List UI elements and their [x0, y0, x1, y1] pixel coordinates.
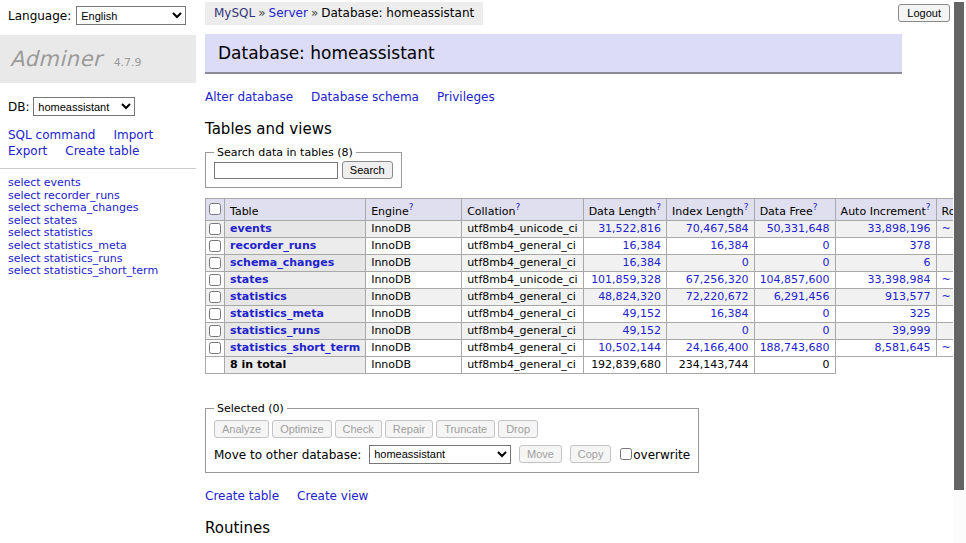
- select-data-link[interactable]: select: [8, 252, 41, 265]
- logout-button[interactable]: Logout: [898, 4, 950, 22]
- data-length-link[interactable]: 16,384: [623, 239, 662, 252]
- index-length-link[interactable]: 67,256,320: [686, 273, 749, 286]
- auto-increment-link[interactable]: 8,581,645: [875, 341, 931, 354]
- row-checkbox[interactable]: [209, 308, 221, 320]
- table-structure-link[interactable]: statistics_meta: [44, 239, 127, 252]
- index-length-link[interactable]: 0: [742, 324, 749, 337]
- column-help-link[interactable]: ?: [656, 202, 661, 212]
- row-checkbox[interactable]: [209, 274, 221, 286]
- create-link[interactable]: Create view: [297, 489, 368, 503]
- move-button[interactable]: Move: [519, 445, 562, 463]
- table-structure-link[interactable]: recorder_runs: [44, 189, 120, 202]
- bulk-action-button[interactable]: Repair: [385, 420, 433, 438]
- data-length-link[interactable]: 48,824,320: [598, 290, 661, 303]
- row-checkbox[interactable]: [209, 325, 221, 337]
- index-length-link[interactable]: 0: [742, 256, 749, 269]
- auto-increment-link[interactable]: 913,577: [885, 290, 931, 303]
- scrollbar-thumb[interactable]: [954, 2, 964, 490]
- data-length-link[interactable]: 16,384: [623, 256, 662, 269]
- index-length-link[interactable]: 16,384: [710, 307, 749, 320]
- select-data-link[interactable]: select: [8, 189, 41, 202]
- create-link[interactable]: Create table: [205, 489, 279, 503]
- column-help-link[interactable]: ?: [744, 202, 749, 212]
- sidebar-action-link[interactable]: Import: [113, 128, 153, 142]
- index-length-link[interactable]: 16,384: [710, 239, 749, 252]
- data-free-link[interactable]: 0: [823, 239, 830, 252]
- copy-button[interactable]: Copy: [570, 445, 612, 463]
- data-free-link[interactable]: 0: [823, 256, 830, 269]
- index-length-link[interactable]: 70,467,584: [686, 222, 749, 235]
- auto-increment-link[interactable]: 6: [924, 256, 931, 269]
- bulk-action-button[interactable]: Analyze: [214, 420, 269, 438]
- table-structure-link[interactable]: statistics: [44, 226, 93, 239]
- table-structure-link[interactable]: schema_changes: [44, 201, 139, 214]
- auto-increment-link[interactable]: 325: [910, 307, 931, 320]
- table-name-link[interactable]: statistics: [230, 290, 287, 303]
- breadcrumb-server-link[interactable]: Server: [269, 6, 308, 20]
- data-length-link[interactable]: 10,502,144: [598, 341, 661, 354]
- overwrite-checkbox[interactable]: [620, 448, 632, 460]
- language-select[interactable]: English: [76, 6, 186, 25]
- table-name-link[interactable]: statistics_short_term: [230, 341, 360, 354]
- index-length-link[interactable]: 24,166,400: [686, 341, 749, 354]
- table-name-link[interactable]: states: [230, 273, 269, 286]
- select-data-link[interactable]: select: [8, 226, 41, 239]
- table-name-link[interactable]: statistics_meta: [230, 307, 324, 320]
- table-name-link[interactable]: recorder_runs: [230, 239, 316, 252]
- data-length-link[interactable]: 101,859,328: [591, 273, 661, 286]
- table-name-link[interactable]: schema_changes: [230, 256, 334, 269]
- data-free-link[interactable]: 6,291,456: [774, 290, 830, 303]
- data-free-link[interactable]: 0: [823, 307, 830, 320]
- data-free-link[interactable]: 188,743,680: [760, 341, 830, 354]
- column-help-link[interactable]: ?: [926, 202, 931, 212]
- data-length-link[interactable]: 49,152: [623, 324, 662, 337]
- select-all-checkbox[interactable]: [209, 203, 221, 215]
- db-select[interactable]: homeassistant: [33, 97, 135, 116]
- bulk-action-button[interactable]: Check: [335, 420, 382, 438]
- table-structure-link[interactable]: statistics_short_term: [44, 264, 158, 277]
- data-free-link[interactable]: 0: [823, 324, 830, 337]
- data-length-link[interactable]: 49,152: [623, 307, 662, 320]
- table-name-link[interactable]: events: [230, 222, 272, 235]
- table-structure-link[interactable]: states: [44, 214, 78, 227]
- row-checkbox[interactable]: [209, 342, 221, 354]
- table-structure-link[interactable]: statistics_runs: [44, 252, 123, 265]
- row-checkbox[interactable]: [209, 223, 221, 235]
- sidebar-action-link[interactable]: Create table: [65, 144, 139, 158]
- index-length-link[interactable]: 72,220,672: [686, 290, 749, 303]
- row-checkbox[interactable]: [209, 291, 221, 303]
- row-checkbox[interactable]: [209, 257, 221, 269]
- select-data-link[interactable]: select: [8, 176, 41, 189]
- sidebar-action-link[interactable]: Export: [8, 144, 47, 158]
- select-data-link[interactable]: select: [8, 264, 41, 277]
- table-name-link[interactable]: statistics_runs: [230, 324, 320, 337]
- database-action-link[interactable]: Database schema: [311, 90, 419, 104]
- database-action-link[interactable]: Alter database: [205, 90, 293, 104]
- select-data-link[interactable]: select: [8, 214, 41, 227]
- database-action-link[interactable]: Privileges: [437, 90, 495, 104]
- bulk-action-button[interactable]: Drop: [498, 420, 538, 438]
- search-button[interactable]: Search: [342, 161, 393, 179]
- bulk-action-button[interactable]: Truncate: [436, 420, 495, 438]
- column-help-link[interactable]: ?: [515, 202, 520, 212]
- data-free-link[interactable]: 50,331,648: [767, 222, 830, 235]
- data-free-link[interactable]: 104,857,600: [760, 273, 830, 286]
- row-checkbox[interactable]: [209, 240, 221, 252]
- overwrite-label[interactable]: overwrite: [633, 447, 690, 461]
- select-data-link[interactable]: select: [8, 201, 41, 214]
- column-help-link[interactable]: ?: [813, 202, 818, 212]
- select-data-link[interactable]: select: [8, 239, 41, 252]
- search-input[interactable]: [214, 162, 338, 179]
- column-help-link[interactable]: ?: [409, 202, 414, 212]
- breadcrumb-server-type-link[interactable]: MySQL: [214, 6, 255, 20]
- table-structure-link[interactable]: events: [44, 176, 81, 189]
- auto-increment-link[interactable]: 33,398,984: [868, 273, 931, 286]
- vertical-scrollbar[interactable]: [953, 0, 966, 543]
- sidebar-action-link[interactable]: SQL command: [8, 128, 95, 142]
- bulk-action-button[interactable]: Optimize: [272, 420, 331, 438]
- auto-increment-link[interactable]: 39,999: [892, 324, 931, 337]
- auto-increment-link[interactable]: 33,898,196: [868, 222, 931, 235]
- auto-increment-link[interactable]: 378: [910, 239, 931, 252]
- data-length-link[interactable]: 31,522,816: [598, 222, 661, 235]
- move-db-select[interactable]: homeassistant: [369, 445, 511, 464]
